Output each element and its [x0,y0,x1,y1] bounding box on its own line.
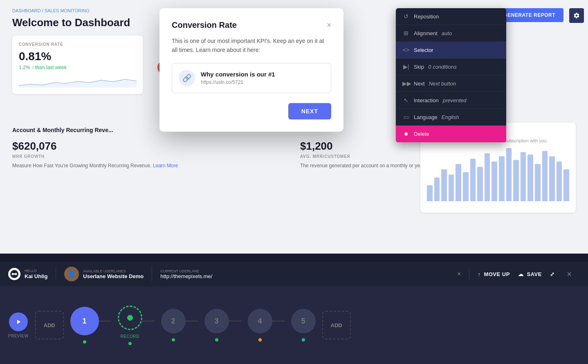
connector-1-record [99,321,111,321]
toolbar-close-button[interactable]: × [567,270,572,279]
modal-dialog: Conversion Rate × This is one of our mos… [159,8,343,132]
selector-menu-icon: <> [402,47,410,53]
available-userlanes-label: AVAILABLE USERLANES [83,269,144,273]
bar-chart-bar [563,169,569,201]
lane-name: Userlane Website Demo [83,273,144,279]
next-menu-icon: ▶▶ [402,80,410,87]
current-userlane-info: CURRENT USERLANE http://themepixels.me/ [160,269,212,279]
preview-button[interactable]: PREVIEW [8,312,29,338]
save-button[interactable]: ☁ SAVE [518,271,542,277]
step-3-circle[interactable]: 3 [204,309,229,333]
bar-chart-bar [499,156,505,202]
skip-menu-detail: 0 conditions [428,64,456,70]
connector-4-5 [272,321,285,321]
bar-chart-bar [542,151,548,202]
move-up-button[interactable]: ↑ MOVE UP [478,271,509,277]
bar-chart-bar [477,167,483,202]
selector-menu-label: Selector [414,47,433,53]
toolbar-lane[interactable]: 👤 AVAILABLE USERLANES Userlane Website D… [56,267,152,281]
link-card[interactable]: 🔗 Why conversion is our #1 https://usln.… [172,63,331,93]
step-3-container: 3 [204,309,241,342]
modal-next-button[interactable]: NEXT [288,103,331,119]
language-menu-label: Language [414,114,438,120]
menu-item-reposition[interactable]: ↺Reposition [396,8,506,25]
mrr-growth-value: $620,076 [12,140,288,153]
step-2-dot [172,338,175,342]
add-step-right[interactable]: ADD [322,311,351,339]
step-5-circle[interactable]: 5 [291,309,316,333]
step-1-circle[interactable]: 1 [70,307,99,335]
bar-chart-bar [535,164,541,201]
bar-chart-bar [470,159,476,201]
step-4-node[interactable]: 4 [248,309,272,342]
bar-chart-bar [434,178,440,202]
bar-chart-bar [449,175,454,201]
menu-item-selector[interactable]: <>Selector [396,42,506,58]
bar-chart-bar [463,172,469,202]
conversion-rate-card: CONVERSION RATE 0.81% 1.2% ↑ than last w… [12,36,143,94]
alignment-menu-detail: auto [442,30,452,36]
url-close-button[interactable]: × [457,270,461,278]
conversion-rate-label: CONVERSION RATE [19,42,137,47]
modal-body-text: This is one of our most important KPI's.… [172,36,331,55]
conversion-rate-change: 1.2% ↑ than last week [19,65,137,70]
bar-chart-bar [441,169,447,201]
step-4-circle[interactable]: 4 [248,309,272,333]
step-editor: PREVIEW ADD 1 RECORD 2 3 [0,286,588,364]
user-info: HELLO Kai Uhlig [25,269,47,279]
link-card-url: https://usln.co/5721 [201,79,275,85]
record-node[interactable]: RECORD [118,306,142,345]
menu-item-alignment[interactable]: ⊞Alignment auto [396,25,506,42]
menu-item-language[interactable]: ▭Language English [396,109,506,126]
reposition-menu-label: Reposition [414,13,439,20]
bar-chart-bar [549,156,555,202]
interaction-menu-label: Interaction [414,97,439,103]
step-5-container: 5 [291,309,316,342]
preview-circle[interactable] [9,312,28,331]
bar-chart-bar [521,152,526,201]
modal-header: Conversion Rate × [172,20,331,30]
menu-item-next[interactable]: ▶▶Next Next button [396,75,506,92]
step-1-dot [83,340,86,344]
toolbar-user: HELLO Kai Uhlig [8,268,56,280]
step-2-circle[interactable]: 2 [161,309,186,333]
current-userlane-label: CURRENT USERLANE [160,269,212,273]
menu-item-interaction[interactable]: ↖Interaction prevented [396,92,506,109]
preview-label: PREVIEW [8,334,29,338]
interaction-menu-detail: prevented [443,97,467,103]
mrr-growth-desc: Measure How Fast You're Growing Monthly … [12,162,288,169]
step-3-node[interactable]: 3 [204,309,229,342]
bar-chart-bars [427,148,569,201]
collapse-button[interactable]: ⤢ [550,271,555,277]
settings-icon[interactable] [569,8,584,23]
modal-title: Conversion Rate [172,20,237,30]
add-step-box-right[interactable]: ADD [322,311,351,339]
lane-info: AVAILABLE USERLANES Userlane Website Dem… [83,269,144,279]
bar-chart-bar [456,164,461,201]
mrr-learn-more-link[interactable]: Learn More [153,163,178,169]
menu-item-delete[interactable]: ■Delete [396,126,506,142]
connector-record-2 [142,321,155,321]
record-circle[interactable] [118,306,142,330]
delete-menu-label: Delete [414,131,429,137]
alignment-menu-label: Alignment [414,30,438,36]
language-menu-icon: ▭ [402,114,410,120]
step-1-container: 1 [70,307,111,344]
link-icon: 🔗 [179,70,195,86]
step-2-node[interactable]: 2 [161,309,186,342]
svg-rect-3 [13,274,16,275]
skip-menu-icon: ▶| [402,63,410,70]
step-1-node[interactable]: 1 [70,307,99,344]
step-3-dot [215,338,218,342]
bar-chart-bar [506,148,512,201]
step-2-container: 2 [161,309,198,342]
add-step-box-left[interactable]: ADD [35,311,64,339]
modal-close-button[interactable]: × [327,21,331,29]
step-4-dot [258,338,262,342]
reposition-menu-icon: ↺ [402,13,410,20]
step-5-node[interactable]: 5 [291,309,316,342]
connector-3-4 [229,321,241,321]
add-step-left[interactable]: ADD [35,311,64,339]
bar-chart-bar [557,162,562,202]
menu-item-skip[interactable]: ▶|Skip 0 conditions [396,58,506,75]
